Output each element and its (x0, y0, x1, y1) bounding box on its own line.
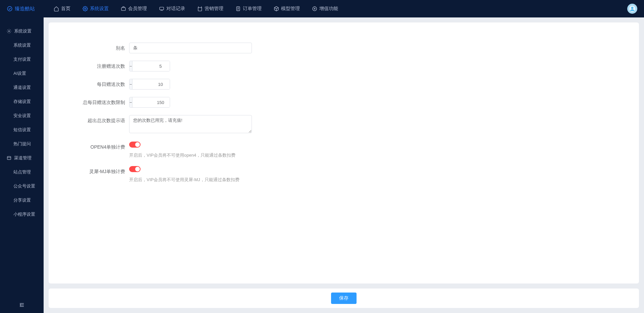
sidebar-item-security-settings[interactable]: 安全设置 (0, 109, 44, 123)
row-daily-bonus-limit: 总每日赠送次数限制 − + (62, 97, 626, 108)
briefcase-icon (121, 6, 126, 11)
sidebar-item-site-mgmt[interactable]: 站点管理 (0, 165, 44, 179)
row-exceed-msg: 超出总次数提示语 (62, 115, 626, 134)
nav-label: 模型管理 (281, 6, 300, 12)
nav-models[interactable]: 模型管理 (268, 3, 305, 14)
svg-rect-2 (121, 8, 125, 11)
sidebar: 系统设置 系统设置 支付设置 AI设置 通道设置 存储设置 安全设置 短信设置 … (0, 17, 44, 313)
svg-point-7 (631, 7, 634, 9)
stepper-input[interactable] (132, 97, 170, 107)
cube-icon (274, 6, 279, 11)
stepper-daily-bonus-limit: − + (129, 97, 170, 108)
stepper-minus[interactable]: − (129, 79, 132, 89)
svg-point-1 (85, 8, 86, 9)
brand-logo[interactable]: 臻造酷站 (7, 6, 35, 12)
stepper-input[interactable] (132, 61, 170, 71)
label-daily-bonus: 每日赠送次数 (62, 79, 129, 90)
sidebar-group-channel: 渠道管理 站点管理 公众号设置 分享设置 小程序设置 (0, 151, 44, 221)
channel-icon (7, 156, 11, 160)
gear-icon (7, 29, 11, 34)
stepper-input[interactable] (132, 79, 170, 89)
sidebar-item-channel-settings[interactable]: 通道设置 (0, 81, 44, 95)
nav-addons[interactable]: 增值功能 (307, 3, 343, 14)
textarea-exceed-msg[interactable] (129, 115, 252, 133)
gear-icon (83, 6, 88, 11)
label-alias: 别名 (62, 43, 129, 53)
home-icon (54, 6, 59, 11)
row-register-bonus: 注册赠送次数 − + (62, 61, 626, 71)
nav-label: 会员管理 (128, 6, 147, 12)
bag-icon (197, 6, 203, 11)
label-open4-billing: OPEN4单独计费 (62, 142, 129, 152)
svg-point-8 (8, 31, 10, 32)
sidebar-item-system-settings[interactable]: 系统设置 (0, 38, 44, 52)
nav-members[interactable]: 会员管理 (115, 3, 152, 14)
sidebar-item-ai-settings[interactable]: AI设置 (0, 66, 44, 81)
sidebar-item-wechat-settings[interactable]: 公众号设置 (0, 179, 44, 193)
sidebar-group-label: 渠道管理 (14, 155, 32, 161)
nav-label: 对话记录 (166, 6, 185, 12)
nav-label: 首页 (61, 6, 70, 12)
svg-rect-9 (7, 156, 11, 159)
nav-label: 营销管理 (205, 6, 223, 12)
label-exceed-msg: 超出总次数提示语 (62, 115, 129, 126)
collapse-icon (19, 302, 25, 308)
nav-conversations[interactable]: 对话记录 (154, 3, 191, 14)
footer-actions: 保存 (49, 289, 639, 308)
label-daily-bonus-limit: 总每日赠送次数限制 (62, 97, 129, 108)
nav-marketing[interactable]: 营销管理 (192, 3, 229, 14)
row-alias: 别名 (62, 43, 626, 53)
row-open4-billing: OPEN4单独计费 开启后，VIP会员将不可使用open4，只能通过条数扣费 (62, 142, 626, 159)
stepper-register-bonus: − + (129, 61, 170, 71)
sidebar-group-channel-title[interactable]: 渠道管理 (0, 151, 44, 165)
stepper-minus[interactable]: − (129, 97, 132, 107)
switch-mj-billing[interactable] (129, 166, 141, 172)
nav-home[interactable]: 首页 (48, 3, 76, 14)
help-mj-billing: 开启后，VIP会员将不可使用灵犀-MJ，只能通过条数扣费 (129, 176, 397, 183)
stepper-daily-bonus: − + (129, 79, 170, 90)
nav-label: 增值功能 (319, 6, 338, 12)
main-content: 别名 注册赠送次数 − + 每日赠送次数 − + (44, 17, 644, 313)
chat-icon (159, 6, 164, 11)
row-mj-billing: 灵犀-MJ单独计费 开启后，VIP会员将不可使用灵犀-MJ，只能通过条数扣费 (62, 166, 626, 183)
top-header: 臻造酷站 首页 系统设置 会员管理 对话记录 营销管理 订单管理 (0, 0, 644, 17)
stepper-minus[interactable]: − (129, 61, 132, 71)
help-open4-billing: 开启后，VIP会员将不可使用open4，只能通过条数扣费 (129, 152, 397, 159)
save-button[interactable]: 保存 (331, 293, 357, 304)
label-register-bonus: 注册赠送次数 (62, 61, 129, 71)
brand-icon (7, 6, 13, 12)
brand-text: 臻造酷站 (15, 6, 35, 12)
label-mj-billing: 灵犀-MJ单独计费 (62, 166, 129, 177)
user-avatar[interactable] (627, 4, 637, 14)
sidebar-item-sms-settings[interactable]: 短信设置 (0, 123, 44, 137)
plus-circle-icon (312, 6, 317, 11)
sidebar-item-payment-settings[interactable]: 支付设置 (0, 52, 44, 66)
input-alias[interactable] (129, 43, 252, 53)
svg-point-0 (7, 6, 12, 11)
order-icon (235, 6, 241, 11)
sidebar-group-label: 系统设置 (14, 28, 32, 34)
nav-orders[interactable]: 订单管理 (230, 3, 267, 14)
row-daily-bonus: 每日赠送次数 − + (62, 79, 626, 90)
sidebar-item-storage-settings[interactable]: 存储设置 (0, 95, 44, 109)
svg-rect-3 (160, 7, 164, 10)
sidebar-item-share-settings[interactable]: 分享设置 (0, 193, 44, 207)
nav-label: 订单管理 (243, 6, 262, 12)
switch-open4-billing[interactable] (129, 142, 141, 148)
nav-label: 系统设置 (90, 6, 109, 12)
sidebar-item-hot-questions[interactable]: 热门提问 (0, 137, 44, 151)
sidebar-item-miniprogram-settings[interactable]: 小程序设置 (0, 207, 44, 221)
nav-system-settings[interactable]: 系统设置 (77, 3, 114, 14)
top-nav: 首页 系统设置 会员管理 对话记录 营销管理 订单管理 模型管理 (48, 3, 627, 14)
sidebar-collapse[interactable] (0, 297, 44, 313)
sidebar-group-system: 系统设置 系统设置 支付设置 AI设置 通道设置 存储设置 安全设置 短信设置 … (0, 24, 44, 151)
sidebar-group-system-title[interactable]: 系统设置 (0, 24, 44, 38)
settings-card: 别名 注册赠送次数 − + 每日赠送次数 − + (49, 22, 639, 283)
